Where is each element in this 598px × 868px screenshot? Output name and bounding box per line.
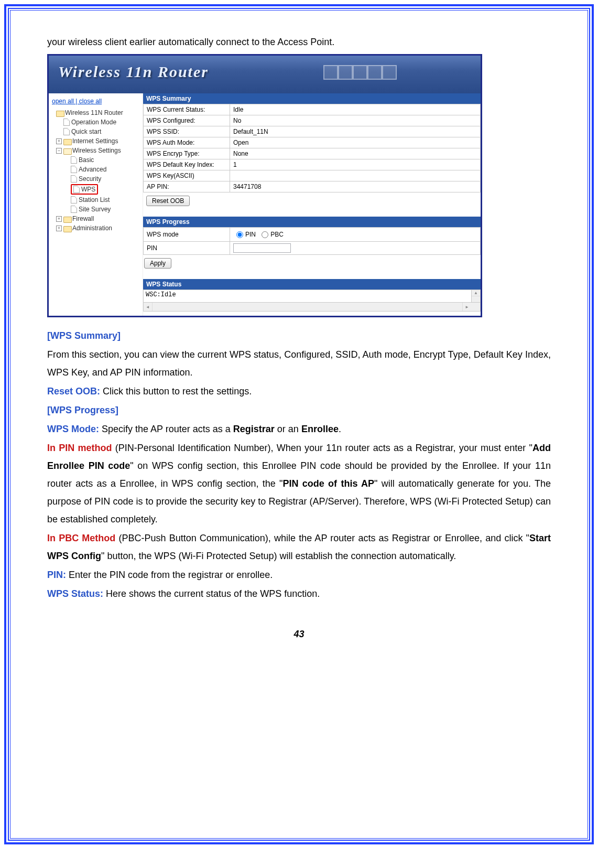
folder-icon (63, 216, 71, 222)
summary-label: WPS Encryp Type: (144, 148, 230, 159)
router-screenshot: Wireless 11n Router open all | close all… (47, 54, 482, 317)
tree-root[interactable]: Wireless 11N Router (51, 108, 140, 117)
tree-station-list[interactable]: Station List (51, 195, 140, 205)
section-title: [WPS Progress] (47, 405, 118, 415)
tree-firewall[interactable]: + Firewall (51, 214, 140, 223)
wps-summary-table: WPS Current Status:IdleWPS Configured:No… (143, 104, 481, 192)
pin-radio[interactable] (236, 231, 243, 238)
field-label: In PIN method (47, 443, 112, 453)
pbc-radio[interactable] (262, 231, 268, 238)
page-icon (63, 119, 70, 126)
folder-icon (56, 110, 63, 116)
pin-radio-label: PIN (245, 231, 256, 238)
expand-icon[interactable]: + (56, 138, 62, 144)
tree-wps[interactable]: WPS (51, 184, 140, 195)
scroll-right-icon[interactable]: ► (462, 303, 471, 312)
field-label: WPS Status: (47, 588, 103, 599)
field-label: PIN: (47, 570, 66, 580)
summary-label: WPS Current Status: (144, 104, 230, 115)
summary-value (230, 170, 481, 181)
paragraph: From this section, you can view the curr… (47, 346, 551, 381)
tree-site-survey[interactable]: Site Survey (51, 205, 140, 214)
summary-label: WPS SSID: (144, 126, 230, 137)
document-body: [WPS Summary] From this section, you can… (47, 327, 551, 603)
section-title: [WPS Summary] (47, 330, 121, 341)
field-label: WPS Mode: (47, 424, 99, 434)
scroll-left-icon[interactable]: ◄ (144, 303, 153, 312)
folder-open-icon (63, 148, 71, 154)
expand-collapse-links[interactable]: open all | close all (51, 97, 140, 108)
horizontal-scrollbar[interactable]: ◄ ► (144, 302, 480, 311)
page-icon (71, 206, 77, 213)
table-row: WPS SSID:Default_11N (144, 126, 481, 137)
table-row: WPS Auth Mode:Open (144, 137, 481, 148)
tree-administration[interactable]: + Administration (51, 223, 140, 233)
scroll-up-icon[interactable]: ▲ (472, 290, 480, 296)
document-page: your wireless client earlier automatical… (10, 10, 588, 839)
wps-progress-table: WPS mode PIN PBC PIN (143, 227, 481, 255)
tree-internet-settings[interactable]: + Internet Settings (51, 136, 140, 146)
table-row: WPS Default Key Index:1 (144, 159, 481, 170)
tree-advanced[interactable]: Advanced (51, 165, 140, 174)
summary-label: WPS Key(ASCII) (144, 170, 230, 181)
main-panel: WPS Summary WPS Current Status:IdleWPS C… (143, 93, 481, 316)
apply-button[interactable]: Apply (144, 258, 171, 269)
summary-value: No (230, 115, 481, 126)
pin-input[interactable] (233, 243, 291, 253)
banner-title: Wireless 11n Router (58, 63, 209, 81)
collapse-icon[interactable]: − (56, 148, 62, 154)
wps-status-header: WPS Status (143, 279, 481, 290)
summary-label: WPS Configured: (144, 115, 230, 126)
nav-sidebar: open all | close all Wireless 11N Router… (49, 93, 143, 316)
summary-value: Default_11N (230, 126, 481, 137)
table-row: WPS Encryp Type:None (144, 148, 481, 159)
summary-value: None (230, 148, 481, 159)
vertical-scrollbar[interactable]: ▲ (471, 290, 480, 302)
page-icon (71, 166, 77, 173)
router-banner: Wireless 11n Router (49, 56, 481, 93)
tree-quick-start[interactable]: Quick start (51, 127, 140, 136)
summary-label: AP PIN: (144, 181, 230, 192)
page-icon (71, 175, 77, 183)
summary-value: Idle (230, 104, 481, 115)
intro-text: your wireless client earlier automatical… (47, 37, 551, 48)
tree-basic[interactable]: Basic (51, 155, 140, 165)
expand-icon[interactable]: + (56, 216, 62, 222)
reset-oob-button[interactable]: Reset OOB (146, 196, 190, 206)
wps-status-box: WSC:Idle ▲ ◄ ► (143, 290, 481, 312)
page-icon (71, 196, 77, 203)
table-row: AP PIN:34471708 (144, 181, 481, 192)
page-icon (63, 128, 70, 135)
tree-security[interactable]: Security (51, 174, 140, 184)
wps-status-text: WSC:Idle (144, 290, 480, 299)
field-label: Reset OOB: (47, 386, 100, 397)
summary-value: 34471708 (230, 181, 481, 192)
pin-label: PIN (144, 242, 230, 255)
folder-icon (63, 138, 71, 144)
table-row: WPS Configured:No (144, 115, 481, 126)
tree-wireless-settings[interactable]: − Wireless Settings (51, 146, 140, 155)
wps-progress-header: WPS Progress (143, 217, 481, 227)
page-number: 43 (47, 629, 551, 640)
page-icon (73, 186, 80, 193)
summary-label: WPS Auth Mode: (144, 137, 230, 148)
pbc-radio-label: PBC (270, 231, 284, 238)
wps-summary-header: WPS Summary (143, 93, 481, 104)
summary-value: 1 (230, 159, 481, 170)
page-icon (71, 156, 77, 164)
banner-decoration (323, 65, 397, 80)
wps-highlight-box: WPS (71, 184, 98, 195)
table-row: WPS Current Status:Idle (144, 104, 481, 115)
tree-operation-mode[interactable]: Operation Mode (51, 117, 140, 127)
wps-mode-label: WPS mode (144, 228, 230, 242)
expand-icon[interactable]: + (56, 226, 62, 231)
summary-label: WPS Default Key Index: (144, 159, 230, 170)
folder-icon (63, 226, 71, 231)
summary-value: Open (230, 137, 481, 148)
table-row: WPS Key(ASCII) (144, 170, 481, 181)
field-label: In PBC Method (47, 533, 115, 543)
